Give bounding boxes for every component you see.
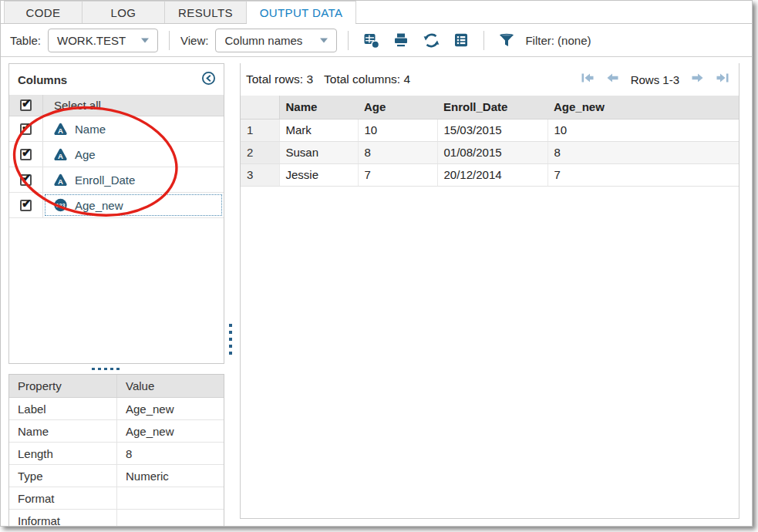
row-number-cell: 3 [241, 163, 279, 186]
toolbar-separator [483, 31, 484, 50]
property-row-length: Length 8 [9, 443, 224, 465]
property-row-format: Format [9, 487, 224, 510]
column-checkbox[interactable] [20, 200, 32, 211]
refresh-button[interactable] [419, 29, 443, 51]
grid-cell: 7 [358, 163, 437, 186]
result-tabbar: CODE LOG RESULTS OUTPUT DATA [1, 1, 752, 24]
tab-code[interactable]: CODE [4, 1, 83, 23]
column-checkbox[interactable] [20, 123, 32, 135]
property-row-name: Name Age_new [9, 420, 224, 443]
tab-results[interactable]: RESULTS [165, 1, 247, 23]
grid-cell: 10 [358, 119, 437, 141]
sas-studio-output-window: CODE LOG RESULTS OUTPUT DATA Table: WORK… [0, 0, 753, 527]
filter-status: Filter: (none) [525, 34, 591, 47]
table-select-value: WORK.TEST [57, 34, 126, 47]
svg-text:A: A [58, 152, 63, 160]
previous-page-icon[interactable] [606, 72, 619, 87]
column-name-label: Name [75, 123, 106, 136]
row-number-header [241, 96, 279, 119]
data-grid: Name Age Enroll_Date Age_new 1 Mark 10 1… [241, 96, 739, 518]
columns-panel-title: Columns [18, 73, 67, 86]
column-details-button[interactable] [450, 29, 473, 51]
svg-text:A: A [58, 126, 63, 135]
property-name: Length [9, 443, 117, 464]
property-name: Label [9, 398, 117, 419]
grid-column-header-name[interactable]: Name [279, 96, 358, 119]
splitter-handle-icon [92, 368, 120, 370]
total-rows-label: Total rows: 3 [246, 72, 313, 86]
horizontal-splitter[interactable] [8, 364, 224, 374]
last-page-icon[interactable] [716, 72, 729, 87]
properties-header-row: Property Value [9, 375, 224, 398]
vertical-splitter[interactable] [224, 63, 240, 526]
property-name: Format [9, 487, 117, 509]
column-properties-panel: Property Value Label Age_new Name Age_ne… [8, 374, 224, 526]
columns-panel: Columns Select all [8, 63, 224, 364]
next-page-icon[interactable] [691, 72, 704, 87]
grid-cell: 7 [547, 163, 739, 186]
column-checkbox[interactable] [20, 174, 32, 186]
checkbox-cell [9, 167, 43, 192]
property-row-label: Label Age_new [9, 398, 224, 420]
column-name-label: Age_new [75, 199, 123, 212]
column-checkbox[interactable] [20, 149, 32, 160]
view-select-value: Column names [224, 34, 302, 47]
property-name: Name [9, 420, 117, 442]
grid-column-header-age-new[interactable]: Age_new [547, 96, 739, 119]
grid-cell: 15/03/2015 [437, 119, 547, 141]
character-type-icon: A [53, 123, 68, 136]
tab-log-label: LOG [111, 6, 136, 19]
column-item-age[interactable]: A Age [9, 142, 224, 167]
columns-list: Select all A Name [9, 95, 224, 363]
grid-data-row[interactable]: 1 Mark 10 15/03/2015 10 [241, 119, 739, 141]
filter-button[interactable] [495, 29, 518, 51]
column-item-age-new[interactable]: 123 Age_new [9, 193, 224, 218]
column-item-enroll-date[interactable]: A Enroll_Date [9, 167, 224, 193]
tab-output-data[interactable]: OUTPUT DATA [247, 1, 356, 23]
property-value: Age_new [117, 398, 224, 419]
grid-column-header-age[interactable]: Age [358, 96, 437, 119]
grid-cell: 01/08/2015 [437, 141, 547, 163]
select-all-row[interactable]: Select all [9, 95, 224, 116]
grid-info-bar: Total rows: 3 Total columns: 4 Rows 1-3 [241, 63, 739, 96]
property-value: Numeric [117, 465, 224, 487]
property-value: Age_new [117, 420, 224, 442]
grid-data-row[interactable]: 2 Susan 8 01/08/2015 8 [241, 141, 739, 163]
view-select[interactable]: Column names [215, 29, 337, 52]
grid-totals: Total rows: 3 Total columns: 4 [246, 72, 410, 86]
data-grid-pane: Total rows: 3 Total columns: 4 Rows 1-3 [240, 63, 739, 519]
toolbar-separator [348, 31, 349, 50]
table-select[interactable]: WORK.TEST [48, 29, 158, 52]
collapse-panel-icon[interactable] [201, 71, 216, 89]
print-button[interactable] [389, 29, 413, 51]
property-value [117, 487, 224, 509]
column-details-icon [453, 32, 470, 49]
goto-column-icon [362, 32, 380, 49]
filter-group: Filter: (none) [495, 29, 591, 51]
rows-range-label: Rows 1-3 [631, 73, 679, 86]
grid-column-header-enroll-date[interactable]: Enroll_Date [437, 96, 547, 119]
first-page-icon[interactable] [581, 72, 595, 87]
checkbox-cell [9, 142, 43, 167]
select-all-checkbox[interactable] [20, 99, 32, 111]
tab-log[interactable]: LOG [83, 1, 165, 23]
column-label-cell: 123 Age_new [43, 193, 224, 217]
column-item-name[interactable]: A Name [9, 116, 224, 142]
goto-column-button[interactable] [359, 29, 382, 51]
grid-data-row[interactable]: 3 Jessie 7 20/12/2014 7 [241, 163, 739, 186]
grid-header-row: Name Age Enroll_Date Age_new [241, 96, 739, 119]
view-label: View: [180, 34, 208, 47]
property-row-type: Type Numeric [9, 465, 224, 487]
column-name-label: Age [75, 148, 96, 161]
grid-cell: Jessie [279, 163, 358, 186]
column-label-cell: A Enroll_Date [43, 167, 224, 192]
property-name: Informat [9, 510, 117, 526]
select-all-checkbox-cell [9, 95, 43, 116]
grid-cell: 8 [358, 141, 437, 163]
svg-text:A: A [58, 177, 63, 186]
grid-cell: 10 [547, 119, 739, 141]
grid-cell: Mark [279, 119, 358, 141]
tab-code-label: CODE [26, 6, 61, 19]
property-value [117, 510, 224, 526]
property-value: 8 [117, 443, 224, 464]
